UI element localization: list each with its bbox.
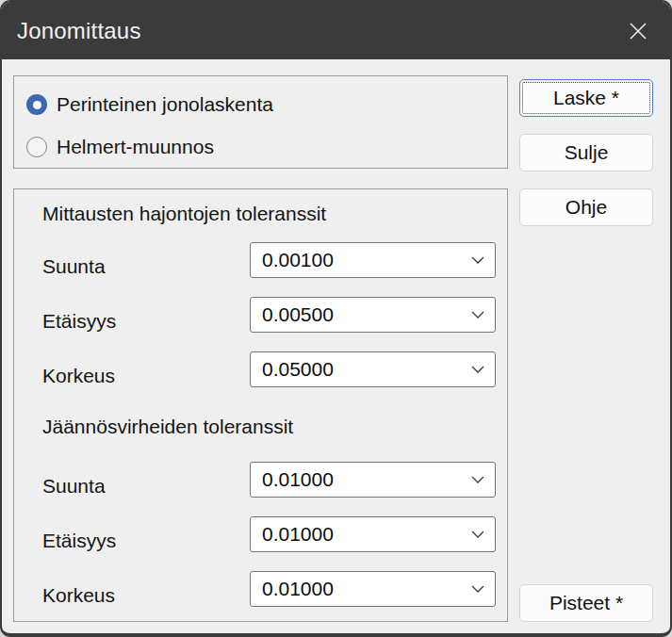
close-button[interactable] <box>614 11 663 51</box>
chevron-down-icon <box>471 531 484 538</box>
chevron-down-icon <box>471 476 484 483</box>
chevron-down-icon <box>471 366 484 373</box>
chevron-down-icon <box>471 585 484 593</box>
combo-value: 0.00500 <box>262 303 334 326</box>
combo-value: 0.00100 <box>262 249 334 271</box>
combo-value: 0.01000 <box>262 578 334 600</box>
tolerances-group: Mittausten hajontojen toleranssit Suunta… <box>13 188 508 622</box>
label-korkeus-1: Korkeus <box>42 365 115 387</box>
radio-label: Perinteinen jonolaskenta <box>57 93 273 116</box>
label-korkeus-2: Korkeus <box>42 584 115 607</box>
jonomittaus-dialog: Jonomittaus Perinteinen jonolaskenta Hel… <box>0 0 672 637</box>
pisteet-button[interactable]: Pisteet * <box>519 584 653 622</box>
combo-value: 0.05000 <box>262 358 334 381</box>
section-heading-jaannosvirheet: Jäännösvirheiden toleranssit <box>42 416 293 438</box>
combo-korkeus-jaannos[interactable]: 0.01000 <box>250 571 496 607</box>
sulje-button[interactable]: Sulje <box>519 134 653 172</box>
ohje-button[interactable]: Ohje <box>519 188 653 226</box>
combo-korkeus-hajonta[interactable]: 0.05000 <box>250 351 496 387</box>
laske-button[interactable]: Laske * <box>519 79 653 117</box>
chevron-down-icon <box>471 311 484 318</box>
radio-unselected-icon <box>26 137 47 157</box>
titlebar[interactable]: Jonomittaus <box>2 2 670 59</box>
combo-etaisyys-hajonta[interactable]: 0.00500 <box>250 297 496 333</box>
label-etaisyys-1: Etäisyys <box>42 310 116 333</box>
label-suunta-2: Suunta <box>42 475 106 498</box>
combo-value: 0.01000 <box>262 523 334 546</box>
combo-suunta-jaannos[interactable]: 0.01000 <box>250 462 496 498</box>
combo-etaisyys-jaannos[interactable]: 0.01000 <box>250 516 496 552</box>
combo-suunta-hajonta[interactable]: 0.00100 <box>250 242 496 278</box>
radio-helmert-muunnos[interactable]: Helmert-muunnos <box>26 136 214 158</box>
label-suunta-1: Suunta <box>42 255 106 278</box>
section-heading-hajonnat: Mittausten hajontojen toleranssit <box>42 203 326 225</box>
close-icon <box>626 19 650 43</box>
chevron-down-icon <box>471 256 484 264</box>
label-etaisyys-2: Etäisyys <box>42 530 116 552</box>
radio-perinteinen-jonolaskenta[interactable]: Perinteinen jonolaskenta <box>26 93 273 116</box>
window-title: Jonomittaus <box>2 18 141 44</box>
combo-value: 0.01000 <box>262 468 334 491</box>
radio-label: Helmert-muunnos <box>57 136 214 158</box>
radio-selected-icon <box>26 94 47 115</box>
